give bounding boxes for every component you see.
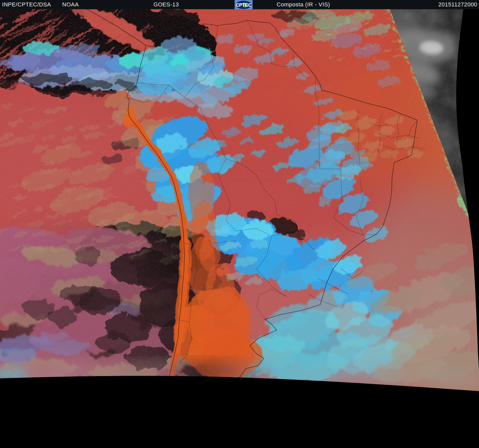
svg-text:CPTEC: CPTEC — [236, 3, 251, 8]
